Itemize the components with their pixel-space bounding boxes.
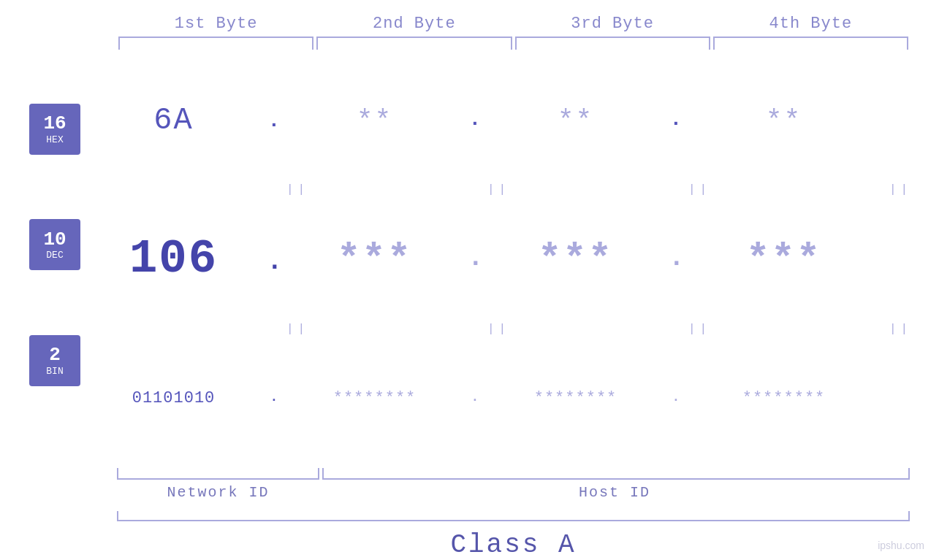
hex-name: HEX [46, 134, 63, 145]
equals-row-1: || || || || [197, 184, 939, 196]
bin-row: 01101010 . ******** . ******** . *******… [80, 335, 939, 462]
bin-badge: 2 BIN [29, 335, 80, 386]
class-label: Class A [450, 530, 576, 560]
bin-dot-1: . [267, 390, 281, 407]
byte-header-1: 1st Byte [117, 15, 315, 33]
class-bracket [117, 511, 910, 521]
hex-row: 6A . ** . ** . ** [80, 57, 939, 184]
base-labels: 16 HEX 10 DEC 2 BIN [0, 57, 80, 462]
eq-5: || [197, 323, 398, 335]
eq-1: || [197, 184, 398, 196]
bin-octet-4-group: ******** [683, 389, 884, 407]
content-area: 16 HEX 10 DEC 2 BIN 6A . ** [0, 57, 939, 462]
hex-dot-1: . [267, 110, 281, 138]
host-bracket [322, 468, 910, 480]
hex-number: 16 [43, 113, 66, 134]
bin-octet-4: ******** [683, 389, 884, 407]
dec-badge: 10 DEC [29, 219, 80, 270]
bracket-1 [118, 37, 313, 50]
bin-octet-1-group: 01101010 . [80, 389, 281, 407]
host-id-label: Host ID [319, 484, 910, 501]
hex-dot-2: . [468, 108, 482, 137]
network-bracket [117, 468, 319, 480]
hex-octet-1: 6A [80, 103, 267, 138]
dec-octet-2: *** [281, 237, 468, 282]
hex-octet-3: ** [482, 105, 669, 137]
dec-octet-4: *** [683, 237, 884, 282]
byte-header-4: 4th Byte [712, 15, 910, 33]
bin-octet-1: 01101010 [80, 389, 267, 407]
hex-octet-4-group: ** [683, 105, 884, 137]
bottom-brackets [117, 468, 939, 480]
top-brackets [117, 37, 939, 50]
dec-dot-2: . [468, 243, 482, 282]
bin-name: BIN [46, 366, 63, 377]
hex-octet-1-group: 6A . [80, 103, 281, 138]
bin-octet-2: ******** [281, 389, 468, 407]
dec-octet-3: *** [482, 237, 669, 282]
dec-octet-3-group: *** . [482, 237, 683, 282]
dec-octet-2-group: *** . [281, 237, 482, 282]
main-container: 1st Byte 2nd Byte 3rd Byte 4th Byte 16 H… [0, 0, 939, 560]
hex-dot-3: . [669, 108, 683, 137]
dec-octet-1-group: 106 . [80, 233, 281, 285]
dec-octet-1: 106 [80, 233, 267, 285]
bin-octet-2-group: ******** . [281, 389, 482, 407]
hex-octet-3-group: ** . [482, 105, 683, 137]
hex-badge: 16 HEX [29, 104, 80, 155]
network-id-label: Network ID [117, 484, 319, 501]
bin-octet-3-group: ******** . [482, 389, 683, 407]
eq-6: || [398, 323, 599, 335]
dec-dot-3: . [669, 243, 683, 282]
bin-dot-2: . [468, 390, 482, 407]
hex-octet-4: ** [683, 105, 884, 137]
dec-number: 10 [43, 229, 66, 250]
watermark: ipshu.com [878, 540, 924, 551]
dec-name: DEC [46, 250, 63, 261]
hex-octet-2: ** [281, 105, 468, 137]
ip-display: 6A . ** . ** . ** || || || [80, 57, 939, 462]
bin-dot-3: . [669, 390, 683, 407]
byte-header-3: 3rd Byte [514, 15, 712, 33]
eq-2: || [398, 184, 599, 196]
eq-7: || [599, 323, 800, 335]
id-labels: Network ID Host ID [117, 484, 939, 501]
bracket-3 [515, 37, 710, 50]
dec-dot-1: . [267, 247, 281, 285]
eq-8: || [800, 323, 939, 335]
dec-octet-4-group: *** [683, 237, 884, 282]
class-row: Class A [117, 530, 910, 560]
bin-octet-3: ******** [482, 389, 669, 407]
eq-3: || [599, 184, 800, 196]
bracket-2 [316, 37, 512, 50]
byte-header-2: 2nd Byte [315, 15, 513, 33]
byte-headers: 1st Byte 2nd Byte 3rd Byte 4th Byte [117, 0, 939, 33]
bracket-4 [713, 37, 908, 50]
eq-4: || [800, 184, 939, 196]
dec-row: 106 . *** . *** . *** [80, 196, 939, 323]
hex-octet-2-group: ** . [281, 105, 482, 137]
bin-number: 2 [49, 345, 61, 366]
equals-row-2: || || || || [197, 323, 939, 335]
